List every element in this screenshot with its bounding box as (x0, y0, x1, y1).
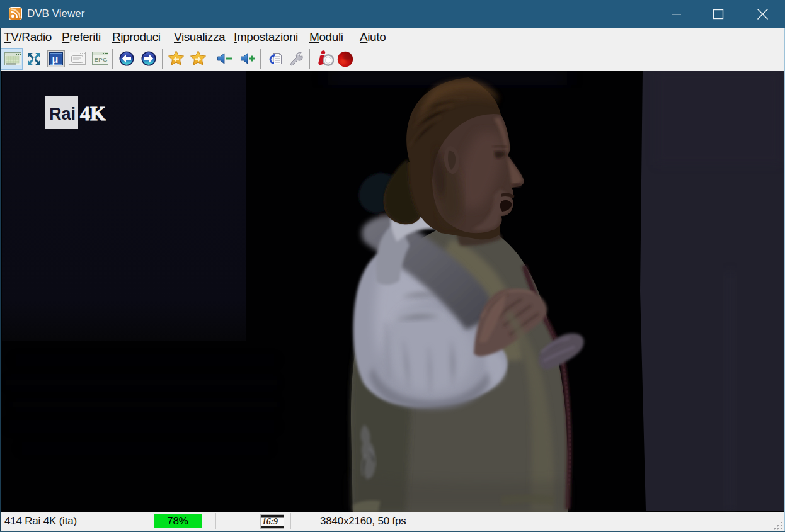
svg-text:4K: 4K (80, 102, 106, 125)
svg-text:μ: μ (52, 54, 59, 65)
svg-text:EPG: EPG (95, 56, 108, 63)
svg-text:Rai: Rai (49, 105, 76, 123)
svg-text:16:9: 16:9 (262, 517, 278, 526)
